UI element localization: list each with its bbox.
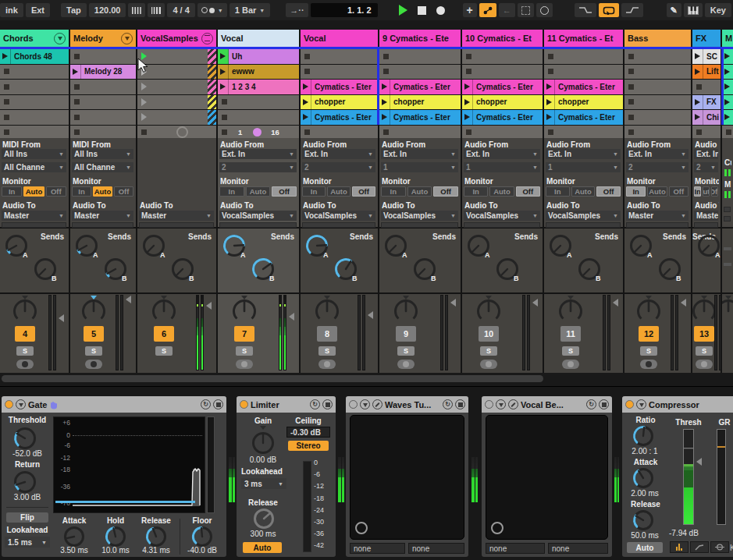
release-value[interactable]: 50.0 ms	[624, 531, 666, 540]
output-select[interactable]: VocalSamples▼	[381, 211, 458, 221]
clip-slot[interactable]	[379, 49, 461, 64]
plugin-title-bar[interactable]: Waves Tu... ↻	[346, 396, 468, 413]
ext-button[interactable]: Ext	[26, 3, 50, 17]
solo-button[interactable]: S	[16, 346, 34, 356]
clip-slot[interactable]: Cymatics - Eter	[301, 80, 378, 94]
clip-slot[interactable]	[544, 65, 623, 80]
input-select[interactable]: Ext. In▼	[626, 149, 689, 159]
track-header[interactable]: Vocal	[218, 30, 299, 47]
clip-play-button[interactable]	[218, 80, 229, 94]
clip-slot[interactable]: FX	[692, 95, 721, 110]
solo-button[interactable]: S	[480, 346, 497, 356]
fold-device-icon[interactable]	[360, 399, 370, 409]
clip[interactable]: Cymatics - Eter	[379, 80, 461, 94]
fold-device-icon[interactable]	[496, 399, 506, 409]
arm-button[interactable]	[16, 360, 34, 369]
output-select[interactable]: VocalSamples▼	[464, 211, 540, 221]
clip-play-button[interactable]	[462, 95, 473, 110]
arm-button[interactable]	[318, 360, 336, 369]
clip-slot[interactable]	[0, 65, 69, 80]
attack-knob[interactable]	[632, 466, 655, 490]
clip-slot[interactable]	[624, 65, 691, 80]
flip-button[interactable]: Flip	[6, 512, 48, 523]
save-preset-icon[interactable]	[322, 399, 333, 409]
monitor-auto-button[interactable]: Auto	[407, 186, 432, 197]
clip-play-button[interactable]	[379, 110, 390, 125]
device-off-led[interactable]	[485, 400, 493, 409]
save-preset-icon[interactable]	[213, 399, 223, 409]
lookahead-select[interactable]: 1.5 ms▼	[5, 537, 50, 548]
plugin-param-slot[interactable]: none	[408, 543, 464, 554]
monitor-off-button[interactable]: Off	[669, 186, 689, 197]
threshold-knob[interactable]	[12, 426, 37, 451]
tempo-field[interactable]: 120.00	[89, 3, 126, 17]
track-activator[interactable]: 8	[317, 326, 337, 342]
volume-knob[interactable]	[151, 298, 177, 324]
record-button[interactable]	[432, 3, 449, 17]
fold-chevron-icon[interactable]	[54, 33, 66, 44]
computer-midi-keyboard-button[interactable]	[684, 3, 703, 17]
attack-knob[interactable]	[62, 525, 86, 548]
clip-slot[interactable]	[137, 80, 216, 94]
arm-button[interactable]	[562, 360, 579, 369]
automation-arm-button[interactable]	[479, 3, 496, 17]
clip-slot[interactable]: Lift	[692, 65, 721, 80]
track-activator[interactable]: 9	[396, 326, 416, 342]
input-channel-select[interactable]: All Channe▼	[72, 162, 133, 172]
output-select[interactable]: Master▼	[2, 211, 66, 221]
solo-button[interactable]: S	[397, 346, 415, 356]
auto-button[interactable]: Auto	[627, 542, 663, 553]
gate-threshold-line[interactable]	[55, 501, 195, 503]
clip-slot[interactable]	[379, 65, 461, 80]
clip-slot[interactable]	[624, 110, 691, 125]
output-select[interactable]: Master▼	[139, 211, 214, 221]
volume-knob[interactable]	[635, 298, 662, 324]
input-select[interactable]: All Ins▼	[2, 149, 66, 159]
stop-button[interactable]	[414, 3, 430, 17]
expand-circle-icon[interactable]	[491, 522, 503, 534]
clip-slot[interactable]	[70, 110, 136, 125]
volume-knob[interactable]	[557, 298, 584, 324]
threshold-value[interactable]: -52.0 dB	[3, 449, 52, 458]
clip-play-button[interactable]	[692, 110, 703, 125]
clip-slot[interactable]	[70, 80, 136, 94]
track-activator[interactable]: 5	[84, 326, 104, 342]
new-button[interactable]: +	[463, 3, 477, 17]
clip[interactable]: ewww	[218, 65, 299, 80]
threshold-marker[interactable]	[696, 458, 702, 466]
clip[interactable]: Cymatics - Eter	[544, 110, 623, 125]
clip[interactable]: Cymatics - Eter	[462, 80, 543, 94]
gate-display[interactable]: +6 0 -6 -12 -18 -36 -70	[53, 416, 205, 513]
punch-in-button[interactable]	[575, 3, 596, 17]
attack-value[interactable]: 3.50 ms	[51, 546, 98, 555]
clip[interactable]: Melody 28	[70, 65, 136, 80]
monitor-in-button[interactable]: In	[219, 186, 244, 197]
clip-play-button[interactable]	[692, 95, 703, 110]
auto-button[interactable]: Auto	[243, 542, 282, 553]
clip[interactable]: chopper	[544, 95, 623, 110]
draw-mode-button[interactable]: ✎	[667, 3, 681, 17]
track-header[interactable]: Vocal	[301, 30, 378, 47]
monitor-auto-button[interactable]: Auto	[246, 186, 271, 197]
monitor-auto-button[interactable]: Auto	[571, 186, 596, 197]
output-select[interactable]: Master▼	[626, 211, 689, 221]
arrangement-position-display[interactable]: 1. 1. 2	[311, 3, 378, 17]
gate-title-bar[interactable]: Gate ↻	[2, 396, 226, 413]
clip-play-button[interactable]	[301, 95, 311, 110]
group-fold-icon[interactable]	[201, 33, 213, 44]
clip[interactable]: SC	[692, 49, 721, 64]
volume-knob[interactable]	[475, 298, 502, 324]
release-knob[interactable]	[632, 509, 655, 532]
time-signature-field[interactable]: 4 / 4	[167, 3, 194, 17]
solo-button[interactable]: S	[640, 346, 657, 356]
punch-out-button[interactable]	[621, 3, 643, 17]
input-channel-select[interactable]: 1▼	[381, 162, 458, 172]
clip-slot[interactable]	[301, 65, 378, 80]
monitor-in-button[interactable]: In	[694, 186, 701, 197]
release-knob[interactable]	[252, 507, 276, 530]
clip-slot[interactable]	[218, 110, 299, 125]
stereo-button[interactable]: Stereo	[288, 441, 329, 451]
clip[interactable]: Chords 48	[0, 49, 69, 64]
clip[interactable]: Uh	[218, 49, 299, 64]
re-enable-automation-button[interactable]: ←	[499, 3, 515, 17]
